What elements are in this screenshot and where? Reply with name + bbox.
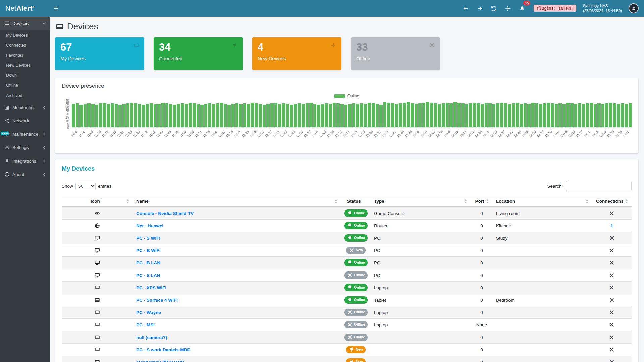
sidebar-toggle-button[interactable] bbox=[50, 3, 62, 14]
x-axis-tick: 14:33 bbox=[490, 130, 498, 138]
device-type-cell: Laptop bbox=[371, 306, 471, 319]
stat-card-my-devices[interactable]: 67My Devices bbox=[55, 37, 144, 70]
delete-connection-icon[interactable] bbox=[609, 310, 614, 315]
column-header-status[interactable]: Status bbox=[341, 196, 371, 207]
chart-bar bbox=[387, 103, 390, 127]
nav-forward-button[interactable] bbox=[474, 3, 485, 14]
chart-bar bbox=[165, 103, 169, 127]
column-header-name[interactable]: Name bbox=[133, 196, 341, 207]
device-name-link[interactable]: PC - Wayne bbox=[136, 310, 161, 315]
xmark-icon bbox=[429, 43, 435, 48]
column-header-location[interactable]: Location bbox=[493, 196, 592, 207]
delete-connection-icon[interactable] bbox=[609, 273, 614, 278]
plugins-status-badge[interactable]: Plugins: INTRNT bbox=[534, 5, 576, 12]
column-header-label: Type bbox=[374, 199, 384, 204]
delete-connection-icon[interactable] bbox=[609, 248, 614, 253]
delete-connection-icon[interactable] bbox=[609, 347, 614, 352]
chart-bar bbox=[574, 104, 578, 127]
device-location-cell bbox=[493, 344, 592, 356]
delete-connection-icon[interactable] bbox=[609, 285, 614, 290]
column-header-icon[interactable]: Icon bbox=[62, 196, 133, 207]
network-icon bbox=[4, 118, 10, 123]
column-header-label: Icon bbox=[91, 199, 100, 204]
refresh-icon bbox=[491, 6, 497, 11]
stat-card-connected[interactable]: 34Connected bbox=[154, 37, 243, 70]
chart-bar bbox=[118, 105, 122, 127]
app-logo[interactable]: NetAlertx bbox=[0, 4, 50, 12]
device-name-link[interactable]: PC - S work Daniels-MBP bbox=[136, 347, 190, 352]
device-name-link[interactable]: PC - MSI bbox=[136, 322, 155, 327]
delete-connection-icon[interactable] bbox=[609, 335, 614, 340]
sidebar-subitem-new-devices[interactable]: New Devices bbox=[0, 60, 50, 70]
column-header-connections[interactable]: Connections bbox=[592, 196, 632, 207]
sidebar-item-settings[interactable]: Settings bbox=[0, 141, 50, 154]
delete-connection-icon[interactable] bbox=[609, 322, 614, 327]
device-location-cell: Living room bbox=[493, 207, 592, 220]
delete-connection-icon[interactable] bbox=[609, 297, 614, 303]
stat-card-offline[interactable]: 33Offline bbox=[351, 37, 440, 70]
column-header-type[interactable]: Type bbox=[371, 196, 471, 207]
connections-count-link[interactable]: 1 bbox=[610, 223, 613, 228]
user-avatar[interactable] bbox=[629, 3, 639, 13]
sidebar-item-devices[interactable]: Devices bbox=[0, 17, 50, 30]
device-name-link[interactable]: Net - Huawei bbox=[136, 223, 163, 228]
device-name-link[interactable]: raspberrypi (IP match) bbox=[136, 360, 184, 362]
sidebar-item-maintenance[interactable]: NEWMaintenance bbox=[0, 127, 50, 141]
device-name-link[interactable]: null (camera?) bbox=[136, 335, 167, 340]
status-badge: Online bbox=[344, 284, 368, 291]
stat-value: 67 bbox=[60, 42, 139, 53]
x-axis-tick: 11:40 bbox=[155, 130, 164, 138]
notifications-button[interactable]: 15 bbox=[516, 3, 528, 14]
delete-connection-icon[interactable] bbox=[609, 235, 614, 241]
table-row: PC - XPS WiFiOnlineLaptop0 bbox=[62, 282, 632, 294]
device-name-link[interactable]: PC - Surface 4 WiFi bbox=[136, 298, 178, 303]
chart-bar bbox=[169, 104, 172, 127]
device-port-cell: 0 bbox=[471, 207, 493, 220]
device-name-link[interactable]: PC - S WiFi bbox=[136, 236, 160, 241]
page-size-select[interactable]: 50 bbox=[75, 182, 96, 190]
chart-bar bbox=[376, 104, 379, 127]
device-name-link[interactable]: PC - B WiFi bbox=[136, 248, 161, 253]
chart-bar bbox=[146, 104, 149, 127]
sidebar-item-monitoring[interactable]: Monitoring bbox=[0, 101, 50, 114]
device-name-link[interactable]: PC - XPS WiFi bbox=[136, 285, 166, 290]
x-axis-tick: 15:25 bbox=[591, 130, 599, 138]
sidebar-subitem-connected[interactable]: Connected bbox=[0, 40, 50, 50]
device-name-link[interactable]: PC - S LAN bbox=[136, 273, 160, 278]
device-name-link[interactable]: Console - Nvidia Shield TV bbox=[136, 211, 194, 216]
sidebar-item-about[interactable]: About bbox=[0, 168, 50, 181]
status-badge-label: New bbox=[356, 348, 363, 352]
delete-connection-icon[interactable] bbox=[609, 260, 614, 265]
sidebar-subitem-favorites[interactable]: Favorites bbox=[0, 50, 50, 60]
hamburger-icon bbox=[53, 6, 59, 11]
delete-connection-icon[interactable] bbox=[609, 210, 614, 216]
x-axis-tick: 13:48 bbox=[404, 130, 413, 138]
column-header-port[interactable]: Port bbox=[471, 196, 493, 207]
chart-area: 0510152025303540 10:5611:0011:0511:0811:… bbox=[72, 100, 632, 147]
stat-card-new-devices[interactable]: 4New Devices bbox=[252, 37, 341, 70]
chart-bar bbox=[395, 104, 398, 127]
chart-bar bbox=[391, 103, 394, 127]
stat-label: New Devices bbox=[258, 56, 336, 61]
sidebar-subitem-my-devices[interactable]: My Devices bbox=[0, 30, 50, 40]
status-badge: Online bbox=[344, 296, 368, 304]
nav-back-button[interactable] bbox=[460, 3, 471, 14]
sidebar-subitem-offline[interactable]: Offline bbox=[0, 80, 50, 90]
x-axis-tick: 15:13 bbox=[567, 130, 576, 138]
arrow-left-icon bbox=[463, 6, 469, 11]
stat-value: 33 bbox=[356, 42, 435, 53]
delete-connection-icon[interactable] bbox=[609, 359, 614, 362]
sidebar-item-integrations[interactable]: Integrations bbox=[0, 154, 50, 168]
sidebar-subitem-archived[interactable]: Archived bbox=[0, 90, 50, 101]
device-port-cell: 0 bbox=[471, 220, 493, 232]
reorder-button[interactable] bbox=[502, 3, 514, 14]
search-input[interactable] bbox=[566, 181, 632, 191]
refresh-button[interactable] bbox=[488, 3, 499, 14]
x-axis-tick: 12:37 bbox=[264, 130, 272, 138]
chart-bar bbox=[383, 102, 387, 127]
device-connections-cell bbox=[592, 331, 632, 344]
device-name-link[interactable]: PC - B LAN bbox=[136, 260, 160, 265]
sidebar-subitem-down[interactable]: Down bbox=[0, 70, 50, 80]
y-axis-tick: 20 bbox=[65, 112, 69, 116]
sidebar-item-network[interactable]: Network bbox=[0, 114, 50, 127]
